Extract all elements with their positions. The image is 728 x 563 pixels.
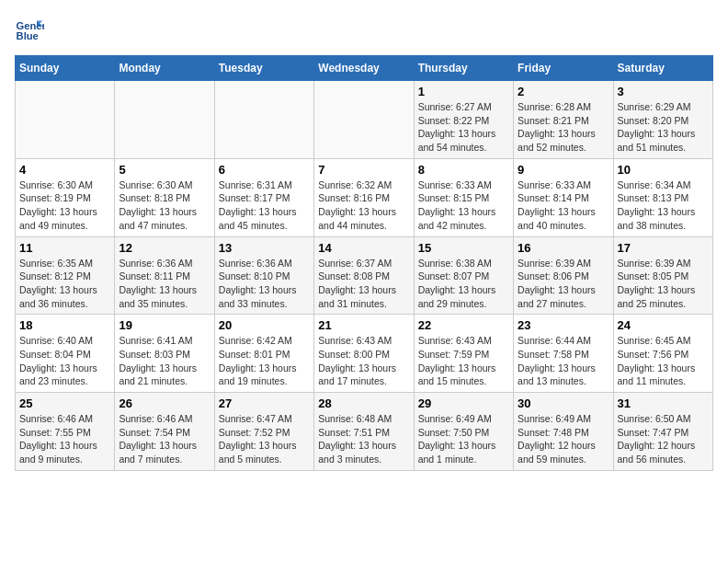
day-info: Sunrise: 6:43 AM Sunset: 7:59 PM Dayligh… [418,334,509,388]
day-number: 29 [418,396,509,410]
day-info: Sunrise: 6:30 AM Sunset: 8:18 PM Dayligh… [119,178,210,233]
day-info: Sunrise: 6:30 AM Sunset: 8:19 PM Dayligh… [19,178,110,233]
day-number: 28 [318,396,409,410]
calendar-week-row: 18Sunrise: 6:40 AM Sunset: 8:04 PM Dayli… [16,315,713,393]
calendar-cell: 1Sunrise: 6:27 AM Sunset: 8:22 PM Daylig… [414,81,513,159]
day-info: Sunrise: 6:34 AM Sunset: 8:13 PM Dayligh… [618,178,709,233]
day-info: Sunrise: 6:32 AM Sunset: 8:16 PM Dayligh… [318,178,409,233]
day-number: 21 [318,318,409,332]
page-header: General Blue [15,15,713,44]
day-of-week-header: Monday [115,56,214,81]
day-number: 15 [418,241,509,255]
day-number: 1 [418,85,509,98]
calendar-cell: 20Sunrise: 6:42 AM Sunset: 8:01 PM Dayli… [214,315,313,393]
day-number: 27 [219,396,310,410]
day-number: 8 [418,163,509,177]
calendar-cell: 21Sunrise: 6:43 AM Sunset: 8:00 PM Dayli… [314,315,414,393]
calendar-cell: 30Sunrise: 6:49 AM Sunset: 7:48 PM Dayli… [514,393,613,471]
day-number: 25 [19,396,110,410]
calendar-cell: 13Sunrise: 6:36 AM Sunset: 8:10 PM Dayli… [214,236,313,315]
day-info: Sunrise: 6:39 AM Sunset: 8:06 PM Dayligh… [518,257,609,311]
day-info: Sunrise: 6:29 AM Sunset: 8:20 PM Dayligh… [618,100,709,155]
calendar-cell: 29Sunrise: 6:49 AM Sunset: 7:50 PM Dayli… [414,393,513,471]
calendar-cell: 5Sunrise: 6:30 AM Sunset: 8:18 PM Daylig… [115,158,214,236]
day-number: 19 [119,318,210,332]
day-info: Sunrise: 6:46 AM Sunset: 7:54 PM Dayligh… [119,412,210,466]
day-info: Sunrise: 6:41 AM Sunset: 8:03 PM Dayligh… [119,334,210,388]
day-info: Sunrise: 6:39 AM Sunset: 8:05 PM Dayligh… [618,257,709,311]
day-info: Sunrise: 6:44 AM Sunset: 7:58 PM Dayligh… [518,334,609,388]
calendar-cell: 11Sunrise: 6:35 AM Sunset: 8:12 PM Dayli… [16,236,115,315]
day-number: 22 [418,318,509,332]
day-info: Sunrise: 6:46 AM Sunset: 7:55 PM Dayligh… [19,412,110,466]
day-number: 24 [618,318,709,332]
calendar-header-row: SundayMondayTuesdayWednesdayThursdayFrid… [16,56,713,81]
day-of-week-header: Tuesday [214,56,313,81]
day-info: Sunrise: 6:27 AM Sunset: 8:22 PM Dayligh… [418,100,509,155]
day-number: 9 [518,163,609,177]
day-number: 6 [219,163,310,177]
calendar-cell: 18Sunrise: 6:40 AM Sunset: 8:04 PM Dayli… [16,315,115,393]
calendar-cell: 27Sunrise: 6:47 AM Sunset: 7:52 PM Dayli… [214,393,313,471]
calendar-cell: 14Sunrise: 6:37 AM Sunset: 8:08 PM Dayli… [314,236,414,315]
logo-icon: General Blue [15,15,44,44]
calendar-cell: 2Sunrise: 6:28 AM Sunset: 8:21 PM Daylig… [514,81,613,159]
calendar-cell [16,81,115,159]
day-info: Sunrise: 6:35 AM Sunset: 8:12 PM Dayligh… [19,257,110,311]
day-number: 10 [618,163,709,177]
day-info: Sunrise: 6:28 AM Sunset: 8:21 PM Dayligh… [518,100,609,155]
day-info: Sunrise: 6:40 AM Sunset: 8:04 PM Dayligh… [19,334,110,388]
calendar-week-row: 4Sunrise: 6:30 AM Sunset: 8:19 PM Daylig… [16,158,713,236]
day-number: 20 [219,318,310,332]
calendar-cell: 15Sunrise: 6:38 AM Sunset: 8:07 PM Dayli… [414,236,513,315]
day-info: Sunrise: 6:42 AM Sunset: 8:01 PM Dayligh… [219,334,310,388]
calendar-cell: 4Sunrise: 6:30 AM Sunset: 8:19 PM Daylig… [16,158,115,236]
calendar-cell: 25Sunrise: 6:46 AM Sunset: 7:55 PM Dayli… [16,393,115,471]
day-of-week-header: Wednesday [314,56,414,81]
calendar-week-row: 25Sunrise: 6:46 AM Sunset: 7:55 PM Dayli… [16,393,713,471]
day-info: Sunrise: 6:50 AM Sunset: 7:47 PM Dayligh… [618,412,709,466]
day-info: Sunrise: 6:38 AM Sunset: 8:07 PM Dayligh… [418,257,509,311]
calendar-cell: 16Sunrise: 6:39 AM Sunset: 8:06 PM Dayli… [514,236,613,315]
day-info: Sunrise: 6:33 AM Sunset: 8:14 PM Dayligh… [518,178,609,233]
day-number: 18 [19,318,110,332]
calendar-cell [314,81,414,159]
calendar-cell: 6Sunrise: 6:31 AM Sunset: 8:17 PM Daylig… [214,158,313,236]
calendar-week-row: 11Sunrise: 6:35 AM Sunset: 8:12 PM Dayli… [16,236,713,315]
calendar-cell: 17Sunrise: 6:39 AM Sunset: 8:05 PM Dayli… [613,236,712,315]
day-number: 12 [119,241,210,255]
calendar-cell: 8Sunrise: 6:33 AM Sunset: 8:15 PM Daylig… [414,158,513,236]
day-number: 26 [119,396,210,410]
day-number: 11 [19,241,110,255]
logo: General Blue [15,15,44,44]
day-info: Sunrise: 6:43 AM Sunset: 8:00 PM Dayligh… [318,334,409,388]
day-info: Sunrise: 6:31 AM Sunset: 8:17 PM Dayligh… [219,178,310,233]
calendar-cell: 19Sunrise: 6:41 AM Sunset: 8:03 PM Dayli… [115,315,214,393]
calendar-cell: 31Sunrise: 6:50 AM Sunset: 7:47 PM Dayli… [613,393,712,471]
day-info: Sunrise: 6:33 AM Sunset: 8:15 PM Dayligh… [418,178,509,233]
day-number: 17 [618,241,709,255]
calendar-cell: 10Sunrise: 6:34 AM Sunset: 8:13 PM Dayli… [613,158,712,236]
calendar-cell: 3Sunrise: 6:29 AM Sunset: 8:20 PM Daylig… [613,81,712,159]
calendar-cell [115,81,214,159]
calendar-cell: 26Sunrise: 6:46 AM Sunset: 7:54 PM Dayli… [115,393,214,471]
day-of-week-header: Friday [514,56,613,81]
day-number: 2 [518,85,609,98]
day-number: 5 [119,163,210,177]
day-info: Sunrise: 6:47 AM Sunset: 7:52 PM Dayligh… [219,412,310,466]
day-number: 7 [318,163,409,177]
calendar-cell [214,81,313,159]
calendar-cell: 24Sunrise: 6:45 AM Sunset: 7:56 PM Dayli… [613,315,712,393]
day-number: 30 [518,396,609,410]
day-of-week-header: Thursday [414,56,513,81]
day-info: Sunrise: 6:48 AM Sunset: 7:51 PM Dayligh… [318,412,409,466]
day-info: Sunrise: 6:49 AM Sunset: 7:50 PM Dayligh… [418,412,509,466]
day-info: Sunrise: 6:37 AM Sunset: 8:08 PM Dayligh… [318,257,409,311]
day-number: 4 [19,163,110,177]
day-info: Sunrise: 6:36 AM Sunset: 8:10 PM Dayligh… [219,257,310,311]
day-info: Sunrise: 6:49 AM Sunset: 7:48 PM Dayligh… [518,412,609,466]
day-info: Sunrise: 6:45 AM Sunset: 7:56 PM Dayligh… [618,334,709,388]
calendar-table: SundayMondayTuesdayWednesdayThursdayFrid… [15,55,713,471]
calendar-cell: 23Sunrise: 6:44 AM Sunset: 7:58 PM Dayli… [514,315,613,393]
day-info: Sunrise: 6:36 AM Sunset: 8:11 PM Dayligh… [119,257,210,311]
